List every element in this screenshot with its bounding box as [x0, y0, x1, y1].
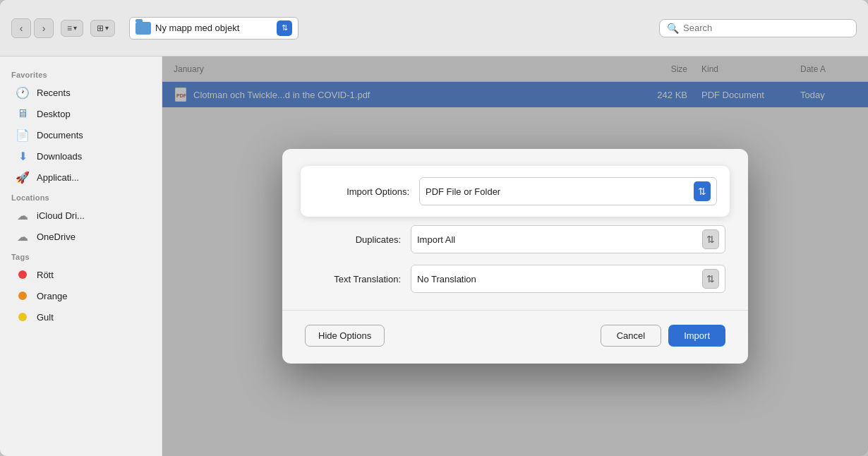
import-options-select[interactable]: PDF File or Folder ⇅ — [419, 177, 717, 205]
grid-view-chevron: ▾ — [105, 24, 109, 32]
grid-view-button[interactable]: ⊞ ▾ — [90, 20, 115, 37]
duplicates-label: Duplicates: — [305, 234, 411, 245]
duplicates-value: Import All — [417, 234, 455, 245]
sidebar-item-label-downloads: Downloads — [37, 151, 82, 162]
translation-stepper[interactable]: ⇅ — [702, 269, 719, 289]
translation-value: No Translation — [417, 274, 476, 284]
sidebar-item-label-tag-orange: Orange — [37, 291, 67, 301]
toolbar: ‹ › ≡ ▾ ⊞ ▾ Ny mapp med objekt ⇅ 🔍 — [0, 0, 868, 56]
import-dialog: Import Options: PDF File or Folder ⇅ Dup… — [282, 149, 748, 364]
onedrive-icon: ☁ — [16, 229, 30, 244]
applications-icon: 🚀 — [16, 170, 30, 184]
sidebar-item-label-desktop: Desktop — [37, 109, 71, 119]
sidebar-item-icloud[interactable]: ☁ iCloud Dri... — [4, 205, 157, 226]
tag-orange-dot — [16, 289, 30, 303]
folder-path-text: Ny mapp med objekt — [155, 23, 272, 33]
sidebar-item-label-tag-yellow: Gult — [37, 312, 54, 323]
import-options-section: Import Options: PDF File or Folder ⇅ — [301, 166, 730, 217]
downloads-icon: ⬇ — [16, 149, 30, 163]
sidebar-item-label-applications: Applicati... — [37, 172, 79, 183]
dialog-overlay: Import Options: PDF File or Folder ⇅ Dup… — [162, 56, 868, 456]
tag-red-dot — [16, 268, 30, 282]
favorites-section-title: Favorites — [0, 65, 162, 82]
sidebar-item-label-documents: Documents — [37, 130, 83, 140]
tags-section-title: Tags — [0, 247, 162, 264]
list-view-button[interactable]: ≡ ▾ — [61, 20, 83, 37]
folder-path[interactable]: Ny mapp med objekt ⇅ — [129, 17, 299, 40]
recents-icon: 🕐 — [16, 85, 30, 100]
hide-options-button[interactable]: Hide Options — [305, 325, 385, 347]
sidebar-item-label-recents: Recents — [37, 88, 71, 98]
back-button[interactable]: ‹ — [11, 18, 31, 38]
forward-button[interactable]: › — [34, 18, 54, 38]
sidebar-item-recents[interactable]: 🕐 Recents — [4, 82, 157, 103]
folder-icon — [135, 22, 151, 35]
sidebar-item-label-icloud: iCloud Dri... — [37, 210, 85, 221]
sidebar-item-onedrive[interactable]: ☁ OneDrive — [4, 226, 157, 247]
import-options-value: PDF File or Folder — [426, 186, 500, 197]
list-view-icon: ≡ — [67, 23, 72, 33]
file-area: January Size Kind Date A PDF Clotman och… — [162, 56, 868, 456]
dialog-divider — [282, 310, 748, 311]
folder-stepper-icon: ⇅ — [282, 23, 288, 32]
icloud-icon: ☁ — [16, 208, 30, 222]
main-area: Favorites 🕐 Recents 🖥 Desktop 📄 Document… — [0, 56, 868, 456]
locations-section-title: Locations — [0, 188, 162, 205]
duplicates-select[interactable]: Import All ⇅ — [411, 225, 725, 253]
folder-stepper[interactable]: ⇅ — [277, 20, 292, 36]
dialog-footer: Hide Options Cancel Import — [305, 325, 725, 347]
sidebar-item-documents[interactable]: 📄 Documents — [4, 124, 157, 145]
import-button[interactable]: Import — [668, 325, 725, 347]
tag-yellow-dot — [16, 310, 30, 324]
sidebar-item-tag-yellow[interactable]: Gult — [4, 306, 157, 328]
list-view-chevron: ▾ — [73, 24, 77, 32]
documents-icon: 📄 — [16, 128, 30, 142]
search-icon: 🔍 — [667, 23, 679, 34]
sidebar-item-tag-red[interactable]: Rött — [4, 264, 157, 285]
import-options-row: Import Options: PDF File or Folder ⇅ — [313, 177, 717, 205]
nav-buttons: ‹ › — [11, 18, 54, 38]
translation-row: Text Translation: No Translation ⇅ — [305, 265, 725, 293]
duplicates-row: Duplicates: Import All ⇅ — [305, 225, 725, 253]
grid-view-icon: ⊞ — [97, 23, 104, 33]
sidebar-item-downloads[interactable]: ⬇ Downloads — [4, 145, 157, 167]
finder-window: ‹ › ≡ ▾ ⊞ ▾ Ny mapp med objekt ⇅ 🔍 Favor… — [0, 0, 868, 456]
sidebar: Favorites 🕐 Recents 🖥 Desktop 📄 Document… — [0, 56, 162, 456]
sidebar-item-applications[interactable]: 🚀 Applicati... — [4, 167, 157, 188]
desktop-icon: 🖥 — [16, 107, 30, 121]
search-box[interactable]: 🔍 — [659, 19, 857, 37]
sidebar-item-label-tag-red: Rött — [37, 270, 54, 280]
import-options-label: Import Options: — [313, 186, 419, 197]
sidebar-item-tag-orange[interactable]: Orange — [4, 285, 157, 306]
sidebar-item-label-onedrive: OneDrive — [37, 232, 76, 242]
sidebar-item-desktop[interactable]: 🖥 Desktop — [4, 103, 157, 124]
duplicates-stepper[interactable]: ⇅ — [702, 229, 719, 249]
translation-select[interactable]: No Translation ⇅ — [411, 265, 725, 293]
cancel-button[interactable]: Cancel — [601, 325, 661, 347]
translation-label: Text Translation: — [305, 274, 411, 284]
search-input[interactable] — [683, 23, 849, 33]
import-options-stepper[interactable]: ⇅ — [694, 181, 711, 201]
